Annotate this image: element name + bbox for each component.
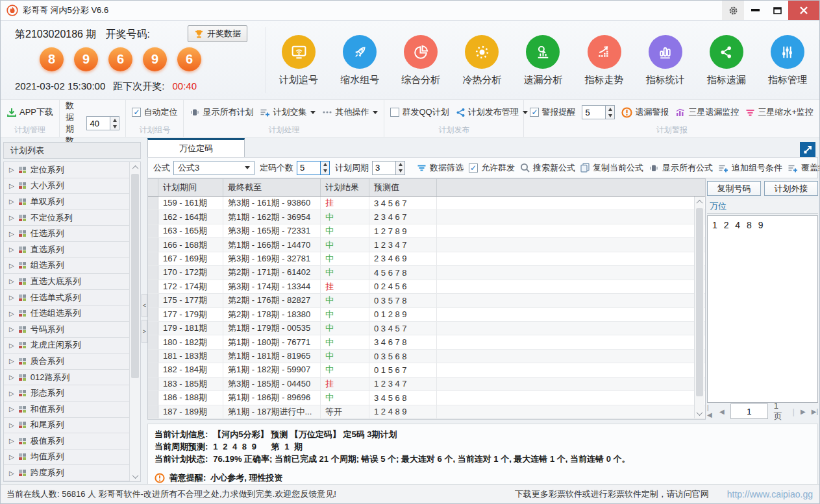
- override-condition-button[interactable]: 覆盖组号条件: [788, 162, 820, 174]
- draw-data-button[interactable]: 开奖数据: [188, 25, 247, 42]
- table-row[interactable]: 159 - 161期第3期 - 161期 - 93860挂3 4 5 6 7: [148, 197, 705, 210]
- row-selector[interactable]: [148, 197, 158, 210]
- table-row[interactable]: 167 - 169期第3期 - 169期 - 32781中2 3 4 6 9: [148, 252, 705, 266]
- row-selector[interactable]: [148, 363, 158, 376]
- stepper-arrows[interactable]: [605, 105, 615, 119]
- checkbox-unchecked-icon[interactable]: [390, 108, 399, 117]
- data-periods-input[interactable]: [86, 116, 110, 130]
- scroll-up-icon[interactable]: [130, 162, 140, 173]
- row-selector[interactable]: [148, 252, 158, 265]
- row-selector[interactable]: [148, 308, 158, 321]
- settings-gear-icon[interactable]: [722, 1, 744, 20]
- table-row[interactable]: 175 - 177期第2期 - 176期 - 82827中0 3 5 7 8: [148, 294, 705, 307]
- table-row[interactable]: 183 - 185期第3期 - 185期 - 04450挂1 2 3 4 7: [148, 378, 705, 391]
- splitter-collapse-left[interactable]: <: [142, 294, 147, 317]
- plan-external-button[interactable]: 计划外接: [764, 181, 818, 196]
- minimize-icon[interactable]: [744, 1, 766, 20]
- threestar-monitor-button[interactable]: 三星遗漏监控: [675, 106, 739, 118]
- plan-cycle-input[interactable]: [372, 161, 395, 175]
- app-download-button[interactable]: APP下载: [6, 106, 53, 118]
- prev-page-icon[interactable]: ◀: [719, 408, 725, 415]
- page-input[interactable]: [730, 403, 768, 419]
- sidebar-item[interactable]: ▷定位系列: [4, 162, 140, 178]
- qq-broadcast-checkbox[interactable]: 群发QQ计划: [390, 106, 449, 118]
- maximize-icon[interactable]: [766, 1, 788, 20]
- scrollbar-thumb[interactable]: [696, 208, 703, 396]
- row-selector[interactable]: [148, 280, 158, 293]
- column-header[interactable]: 计划期间: [158, 179, 223, 196]
- sidebar-item[interactable]: ▷龙虎庄闲系列: [4, 338, 140, 354]
- table-row[interactable]: 180 - 182期第1期 - 180期 - 76771中3 4 6 7 8: [148, 335, 705, 349]
- row-selector[interactable]: [148, 391, 158, 404]
- row-selector[interactable]: [148, 322, 158, 335]
- table-row[interactable]: 187 - 189期第1期 - 187期进行中...等开1 2 4 8 9: [148, 405, 705, 419]
- search-formula-button[interactable]: 搜索新公式: [520, 162, 575, 174]
- omission-alert-button[interactable]: 遗漏警报: [621, 106, 669, 118]
- expand-arrow-icon[interactable]: ▷: [9, 357, 14, 365]
- other-ops-dropdown[interactable]: 其他操作: [322, 106, 378, 118]
- expand-panel-icon[interactable]: [800, 142, 815, 158]
- code-count-input[interactable]: [297, 161, 320, 175]
- column-header[interactable]: 预测值: [369, 179, 437, 196]
- first-page-icon[interactable]: |◀: [707, 404, 714, 418]
- close-icon[interactable]: [788, 1, 819, 20]
- expand-arrow-icon[interactable]: ▷: [9, 278, 14, 285]
- table-row[interactable]: 170 - 172期第2期 - 171期 - 61402中4 5 6 7 8: [148, 266, 705, 280]
- expand-arrow-icon[interactable]: ▷: [9, 437, 14, 444]
- alert-value-stepper[interactable]: [582, 105, 615, 119]
- feature-plan-chase[interactable]: 计划追号: [268, 24, 329, 97]
- row-selector[interactable]: [148, 294, 158, 307]
- sidebar-item[interactable]: ▷任选系列: [4, 226, 140, 242]
- sidebar-item[interactable]: ▷均值系列: [4, 450, 140, 466]
- expand-arrow-icon[interactable]: ▷: [9, 326, 14, 333]
- scrollbar-thumb[interactable]: [131, 174, 139, 378]
- feature-indicator-omission[interactable]: 指标遗漏: [696, 24, 757, 97]
- sidebar-item[interactable]: ▷极值系列: [4, 433, 140, 450]
- alert-value-input[interactable]: [582, 105, 605, 119]
- stepper-arrows[interactable]: [320, 161, 330, 175]
- sidebar-item[interactable]: ▷不定位系列: [4, 210, 140, 226]
- checkbox-checked-icon[interactable]: ✓: [469, 163, 478, 173]
- threestar-shrink-button[interactable]: 三星缩水+监控: [745, 106, 814, 118]
- scroll-down-icon[interactable]: [695, 408, 704, 418]
- sidebar-item[interactable]: ▷质合系列: [4, 354, 140, 370]
- expand-arrow-icon[interactable]: ▷: [9, 294, 14, 301]
- expand-arrow-icon[interactable]: ▷: [9, 310, 14, 317]
- stepper-arrows[interactable]: [110, 116, 119, 130]
- row-selector[interactable]: [148, 378, 158, 390]
- expand-arrow-icon[interactable]: ▷: [9, 166, 14, 173]
- sidebar-item[interactable]: ▷任选单式系列: [4, 290, 140, 306]
- data-periods-stepper[interactable]: [86, 116, 119, 130]
- row-selector[interactable]: [148, 224, 158, 237]
- expand-arrow-icon[interactable]: ▷: [9, 453, 14, 461]
- table-row[interactable]: 162 - 164期第1期 - 162期 - 36954中2 3 4 6 7: [148, 210, 705, 224]
- sidebar-item[interactable]: ▷大小系列: [4, 178, 140, 195]
- row-selector[interactable]: [148, 266, 158, 279]
- table-row[interactable]: 179 - 181期第1期 - 179期 - 00535中0 3 4 5 7: [148, 322, 705, 335]
- copy-formula-button[interactable]: 复制当前公式: [580, 162, 643, 174]
- scroll-down-icon[interactable]: [130, 471, 140, 481]
- expand-arrow-icon[interactable]: ▷: [9, 214, 14, 221]
- scroll-up-icon[interactable]: [695, 197, 704, 207]
- auto-position-checkbox[interactable]: ✓ 自动定位: [132, 106, 177, 118]
- table-row[interactable]: 186 - 188期第1期 - 186期 - 89696中3 4 5 6 8: [148, 391, 705, 405]
- alert-remind-checkbox[interactable]: ✓ 警报提醒: [530, 106, 575, 118]
- sidebar-item[interactable]: ▷跨度系列: [4, 465, 140, 481]
- next-page-icon[interactable]: ▶: [801, 408, 806, 415]
- expand-arrow-icon[interactable]: ▷: [9, 422, 14, 429]
- sidebar-item[interactable]: ▷单双系列: [4, 194, 140, 210]
- column-header[interactable]: 最终截至: [223, 179, 321, 196]
- table-row[interactable]: 172 - 174期第3期 - 174期 - 13344挂0 2 4 5 6: [148, 280, 705, 294]
- row-selector[interactable]: [148, 238, 158, 251]
- row-selector[interactable]: [148, 350, 158, 363]
- show-all-plans-button[interactable]: 显示所有计划: [190, 106, 253, 118]
- sidebar-item[interactable]: ▷和值系列: [4, 402, 140, 418]
- expand-arrow-icon[interactable]: ▷: [9, 374, 14, 381]
- feature-indicator-stats[interactable]: 指标统计: [635, 24, 696, 97]
- expand-arrow-icon[interactable]: ▷: [9, 470, 14, 477]
- splitter-expand-right[interactable]: >: [142, 320, 147, 343]
- plan-intersect-dropdown[interactable]: 计划交集: [260, 106, 316, 118]
- table-row[interactable]: 181 - 183期第1期 - 181期 - 81965中0 3 5 6 8: [148, 350, 705, 363]
- show-all-formula-button[interactable]: 显示所有公式: [649, 162, 713, 174]
- copy-numbers-button[interactable]: 复制号码: [707, 181, 761, 196]
